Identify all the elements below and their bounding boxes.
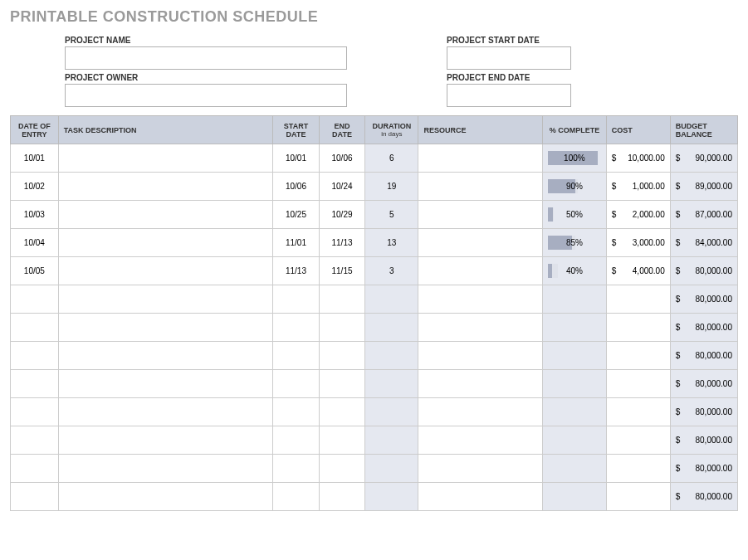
cell-date-of-entry[interactable]: 10/03: [11, 201, 59, 229]
cell-task-description[interactable]: [58, 314, 273, 342]
cell-start-date[interactable]: [273, 342, 320, 370]
cell-date-of-entry[interactable]: 10/01: [11, 144, 59, 173]
cell-budget-balance[interactable]: $87,000.00: [670, 201, 737, 229]
cell-date-of-entry[interactable]: [11, 342, 59, 370]
cell-resource[interactable]: [418, 483, 543, 511]
cell-task-description[interactable]: [58, 370, 273, 398]
cell-budget-balance[interactable]: $80,000.00: [670, 342, 737, 370]
cell-task-description[interactable]: [58, 173, 273, 201]
cell-cost[interactable]: $10,000.00: [606, 144, 670, 173]
cell-task-description[interactable]: [58, 229, 273, 257]
cell-duration[interactable]: [365, 314, 418, 342]
cell-resource[interactable]: [418, 370, 543, 398]
cell-cost[interactable]: [606, 370, 670, 398]
cell-duration[interactable]: [365, 285, 418, 314]
cell-duration[interactable]: [365, 483, 418, 511]
cell-date-of-entry[interactable]: [11, 285, 59, 314]
cell-start-date[interactable]: [273, 483, 320, 511]
cell-end-date[interactable]: [319, 398, 365, 426]
cell-duration[interactable]: [365, 370, 418, 398]
cell-cost[interactable]: [606, 285, 670, 314]
cell-task-description[interactable]: [58, 342, 273, 370]
cell-resource[interactable]: [418, 173, 543, 201]
cell-budget-balance[interactable]: $80,000.00: [670, 455, 737, 483]
cell-resource[interactable]: [418, 285, 543, 314]
project-end-date-input[interactable]: [447, 84, 571, 107]
cell-end-date[interactable]: 10/24: [319, 173, 365, 201]
cell-date-of-entry[interactable]: 10/05: [11, 257, 59, 285]
cell-budget-balance[interactable]: $80,000.00: [670, 314, 737, 342]
cell-cost[interactable]: [606, 483, 670, 511]
cell-date-of-entry[interactable]: [11, 483, 59, 511]
cell-duration[interactable]: 19: [365, 173, 418, 201]
cell-start-date[interactable]: [273, 398, 320, 426]
cell-start-date[interactable]: 10/06: [273, 173, 320, 201]
cell-pct-complete[interactable]: [542, 426, 606, 455]
cell-end-date[interactable]: 10/06: [319, 144, 365, 173]
cell-date-of-entry[interactable]: 10/04: [11, 229, 59, 257]
cell-pct-complete[interactable]: 50%: [542, 201, 606, 229]
cell-pct-complete[interactable]: [542, 314, 606, 342]
cell-cost[interactable]: [606, 398, 670, 426]
cell-task-description[interactable]: [58, 426, 273, 455]
cell-duration[interactable]: [365, 455, 418, 483]
cell-duration[interactable]: [365, 342, 418, 370]
cell-pct-complete[interactable]: [542, 285, 606, 314]
cell-task-description[interactable]: [58, 201, 273, 229]
cell-pct-complete[interactable]: 85%: [542, 229, 606, 257]
cell-cost[interactable]: [606, 342, 670, 370]
cell-pct-complete[interactable]: [542, 342, 606, 370]
cell-budget-balance[interactable]: $80,000.00: [670, 257, 737, 285]
cell-pct-complete[interactable]: [542, 398, 606, 426]
cell-cost[interactable]: $1,000.00: [606, 173, 670, 201]
cell-budget-balance[interactable]: $80,000.00: [670, 370, 737, 398]
cell-end-date[interactable]: [319, 314, 365, 342]
cell-cost[interactable]: [606, 426, 670, 455]
cell-task-description[interactable]: [58, 483, 273, 511]
cell-task-description[interactable]: [58, 398, 273, 426]
cell-budget-balance[interactable]: $84,000.00: [670, 229, 737, 257]
cell-start-date[interactable]: 10/01: [273, 144, 320, 173]
cell-pct-complete[interactable]: 40%: [542, 257, 606, 285]
cell-cost[interactable]: [606, 314, 670, 342]
cell-start-date[interactable]: [273, 426, 320, 455]
cell-date-of-entry[interactable]: [11, 314, 59, 342]
cell-task-description[interactable]: [58, 455, 273, 483]
cell-cost[interactable]: $3,000.00: [606, 229, 670, 257]
cell-resource[interactable]: [418, 426, 543, 455]
cell-date-of-entry[interactable]: [11, 370, 59, 398]
cell-date-of-entry[interactable]: [11, 455, 59, 483]
cell-end-date[interactable]: [319, 285, 365, 314]
cell-start-date[interactable]: [273, 285, 320, 314]
cell-pct-complete[interactable]: [542, 455, 606, 483]
cell-pct-complete[interactable]: [542, 483, 606, 511]
cell-end-date[interactable]: [319, 342, 365, 370]
cell-end-date[interactable]: [319, 426, 365, 455]
cell-date-of-entry[interactable]: 10/02: [11, 173, 59, 201]
cell-cost[interactable]: $2,000.00: [606, 201, 670, 229]
cell-duration[interactable]: 3: [365, 257, 418, 285]
cell-budget-balance[interactable]: $80,000.00: [670, 285, 737, 314]
cell-end-date[interactable]: 10/29: [319, 201, 365, 229]
cell-end-date[interactable]: 11/15: [319, 257, 365, 285]
cell-budget-balance[interactable]: $80,000.00: [670, 483, 737, 511]
project-name-input[interactable]: [65, 46, 347, 70]
cell-cost[interactable]: $4,000.00: [606, 257, 670, 285]
cell-duration[interactable]: [365, 398, 418, 426]
cell-task-description[interactable]: [58, 144, 273, 173]
cell-pct-complete[interactable]: [542, 370, 606, 398]
cell-resource[interactable]: [418, 144, 543, 173]
cell-cost[interactable]: [606, 455, 670, 483]
cell-resource[interactable]: [418, 314, 543, 342]
cell-pct-complete[interactable]: 100%: [542, 144, 606, 173]
cell-start-date[interactable]: [273, 314, 320, 342]
cell-task-description[interactable]: [58, 257, 273, 285]
cell-resource[interactable]: [418, 229, 543, 257]
cell-end-date[interactable]: [319, 483, 365, 511]
cell-end-date[interactable]: [319, 455, 365, 483]
cell-end-date[interactable]: [319, 370, 365, 398]
cell-start-date[interactable]: 10/25: [273, 201, 320, 229]
cell-duration[interactable]: 6: [365, 144, 418, 173]
cell-start-date[interactable]: 11/13: [273, 257, 320, 285]
cell-pct-complete[interactable]: 90%: [542, 173, 606, 201]
